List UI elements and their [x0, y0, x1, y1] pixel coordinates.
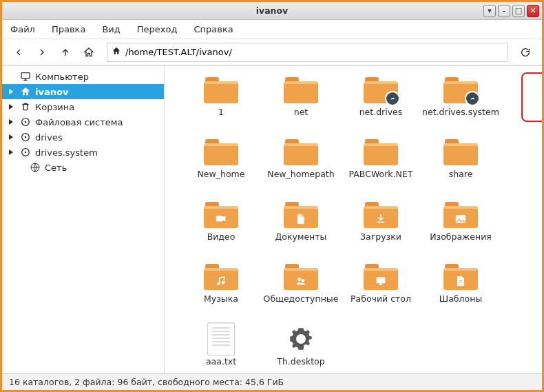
- file-item-label: share: [449, 169, 473, 179]
- home-icon: [20, 86, 31, 97]
- file-item[interactable]: Музыка: [181, 261, 261, 304]
- titlebar[interactable]: ivanov ▾ – □ ✕: [2, 2, 542, 20]
- up-button[interactable]: [54, 43, 76, 62]
- file-item-label: aaa.txt: [206, 357, 236, 367]
- file-item-label: New_home: [198, 169, 245, 179]
- expand-arrow-icon[interactable]: [6, 118, 16, 125]
- back-button[interactable]: [8, 43, 30, 62]
- file-item-label: Документы: [275, 232, 327, 242]
- sidebar-item-компьютер[interactable]: Компьютер: [2, 69, 164, 84]
- file-item[interactable]: Загрузки: [341, 199, 421, 242]
- sidebar-item-ivanov[interactable]: ivanov: [2, 84, 164, 99]
- expand-arrow-icon[interactable]: [6, 103, 16, 110]
- file-item-label: Видео: [207, 232, 236, 242]
- maximize-button[interactable]: □: [512, 5, 525, 17]
- file-item-label: Th.desktop: [277, 357, 324, 367]
- file-item[interactable]: Th.desktop: [261, 324, 341, 367]
- content-area[interactable]: 1netnet.drivesnet.drives.systemNew_homeN…: [165, 66, 542, 373]
- svg-rect-15: [377, 278, 385, 283]
- disk-icon: [20, 147, 31, 158]
- gearfile-icon: [283, 324, 319, 354]
- disk-icon: [20, 132, 31, 143]
- reload-button[interactable]: [514, 43, 536, 62]
- folder-icon: [203, 261, 239, 291]
- folder-icon: [363, 136, 399, 167]
- window-frame: ivanov ▾ – □ ✕ Файл Правка Вид Переход С…: [0, 0, 544, 392]
- svg-rect-8: [216, 216, 222, 221]
- sidebar-item-корзина[interactable]: Корзина: [2, 99, 164, 114]
- folder-icon: [283, 74, 319, 105]
- file-item[interactable]: Документы: [261, 199, 341, 242]
- folder-icon: [283, 136, 319, 167]
- toolbar: /home/TEST.ALT/ivanov/: [2, 39, 542, 65]
- sidebar-item-label: ivanov: [35, 87, 68, 97]
- file-item[interactable]: Рабочий стол: [341, 261, 421, 304]
- expand-arrow-icon[interactable]: [6, 134, 16, 141]
- file-item-label: New_homepath: [267, 169, 334, 179]
- file-item[interactable]: aaa.txt: [181, 324, 261, 367]
- file-item-label: Музыка: [204, 294, 238, 304]
- sidebar-item-drives[interactable]: drives: [2, 130, 164, 145]
- monitor-icon: [20, 71, 31, 82]
- dropdown-button[interactable]: ▾: [483, 5, 496, 17]
- location-bar[interactable]: /home/TEST.ALT/ivanov/: [107, 43, 508, 62]
- file-item-label: Рабочий стол: [351, 294, 411, 304]
- sidebar-item-label: Корзина: [35, 102, 74, 112]
- sidebar-item-файловая система[interactable]: Файловая система: [2, 114, 164, 130]
- file-item[interactable]: New_home: [181, 136, 261, 179]
- file-item-label: PABCWork.NET: [349, 169, 413, 179]
- location-path: /home/TEST.ALT/ivanov/: [125, 47, 232, 57]
- file-item[interactable]: net: [261, 74, 341, 117]
- menu-go[interactable]: Переход: [129, 21, 186, 37]
- file-item-label: Изображения: [430, 232, 492, 242]
- file-item[interactable]: 1: [181, 74, 261, 117]
- close-button[interactable]: ✕: [527, 5, 539, 17]
- file-item-label: net.drives: [359, 107, 403, 117]
- home-button[interactable]: [78, 43, 100, 62]
- sidebar: КомпьютерivanovКорзинаФайловая системаdr…: [2, 66, 165, 373]
- minimize-button[interactable]: –: [498, 5, 510, 17]
- file-item[interactable]: PABCWork.NET: [341, 136, 421, 179]
- sidebar-item-label: Сеть: [45, 163, 67, 173]
- statusbar: 16 каталогов, 2 файла: 96 байт, свободно…: [2, 373, 542, 390]
- sidebar-item-drives.system[interactable]: drives.system: [2, 145, 164, 160]
- menu-help[interactable]: Справка: [185, 21, 241, 37]
- shortcut-arrow-icon: [385, 91, 400, 106]
- expand-arrow-icon[interactable]: [6, 149, 16, 156]
- folder-icon: [203, 199, 239, 229]
- folder-icon: [283, 261, 319, 291]
- home-icon: [112, 46, 121, 58]
- menubar: Файл Правка Вид Переход Справка: [2, 20, 542, 39]
- svg-point-11: [217, 282, 220, 285]
- svg-point-6: [25, 152, 27, 154]
- expand-arrow-icon[interactable]: [6, 88, 16, 95]
- forward-button[interactable]: [31, 43, 53, 62]
- file-item[interactable]: net.drives.system: [421, 74, 501, 117]
- file-item[interactable]: Изображения: [421, 199, 501, 242]
- svg-rect-0: [21, 73, 30, 79]
- file-item-label: 1: [218, 107, 224, 117]
- menu-view[interactable]: Вид: [94, 21, 128, 37]
- file-item[interactable]: Видео: [181, 199, 261, 242]
- folder-icon: [363, 261, 399, 291]
- file-item[interactable]: share: [421, 136, 501, 179]
- svg-point-4: [25, 136, 27, 138]
- folder-icon: [283, 199, 319, 229]
- file-item-label: net: [294, 107, 308, 117]
- file-item[interactable]: New_homepath: [261, 136, 341, 179]
- menu-file[interactable]: Файл: [2, 21, 43, 37]
- sidebar-item-сеть[interactable]: Сеть: [2, 160, 164, 175]
- sidebar-item-label: Компьютер: [35, 72, 89, 82]
- menu-edit[interactable]: Правка: [43, 21, 94, 37]
- svg-point-10: [459, 217, 460, 218]
- file-item[interactable]: Шаблоны: [421, 261, 501, 304]
- svg-point-13: [298, 278, 302, 282]
- textfile-icon: [203, 324, 239, 354]
- folder-shortcut-icon: [363, 74, 399, 105]
- svg-point-2: [25, 121, 27, 123]
- file-item[interactable]: net.drives: [341, 74, 421, 117]
- sidebar-item-label: Файловая система: [35, 117, 123, 127]
- file-item[interactable]: Общедоступные: [261, 261, 341, 304]
- trash-icon: [20, 101, 31, 112]
- status-text: 16 каталогов, 2 файла: 96 байт, свободно…: [9, 377, 284, 387]
